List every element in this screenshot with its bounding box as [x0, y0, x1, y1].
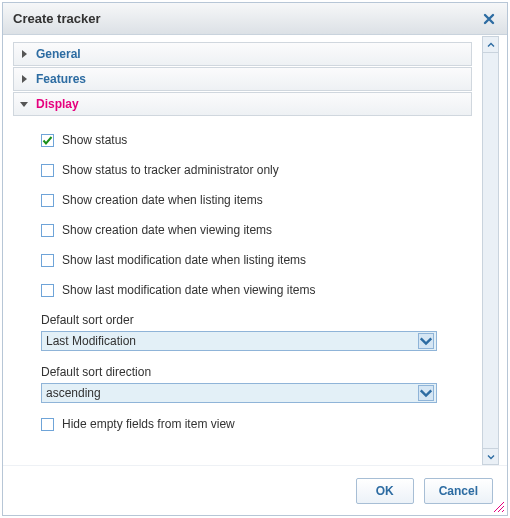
dialog-titlebar: Create tracker [3, 3, 507, 35]
scroll-down-arrow-icon[interactable] [483, 448, 498, 464]
default-sort-order-select[interactable]: Last Modification [41, 331, 437, 351]
checkbox[interactable] [41, 418, 54, 431]
default-sort-direction-select[interactable]: ascending [41, 383, 437, 403]
check-last-mod-date-viewing: Show last modification date when viewing… [41, 283, 464, 297]
checkbox-label: Show creation date when listing items [62, 193, 263, 207]
accordion-label: General [36, 47, 81, 61]
accordion-label: Display [36, 97, 79, 111]
default-sort-direction-label: Default sort direction [41, 365, 464, 379]
checkbox-label: Show last modification date when listing… [62, 253, 306, 267]
resize-grip-icon [491, 499, 505, 513]
close-icon [483, 13, 495, 25]
cancel-button[interactable]: Cancel [424, 478, 493, 504]
checkbox-label: Show status to tracker administrator onl… [62, 163, 279, 177]
chevron-right-icon [20, 75, 28, 83]
check-creation-date-viewing: Show creation date when viewing items [41, 223, 464, 237]
scroll-up-arrow-icon[interactable] [483, 37, 498, 53]
vertical-scrollbar[interactable] [482, 36, 499, 465]
dialog-button-bar: OK Cancel [3, 465, 507, 515]
check-hide-empty-fields: Hide empty fields from item view [41, 417, 464, 431]
checkbox-label: Show status [62, 133, 127, 147]
svg-line-2 [502, 510, 504, 512]
check-creation-date-listing: Show creation date when listing items [41, 193, 464, 207]
button-label: OK [376, 484, 394, 498]
chevron-down-icon [418, 333, 434, 349]
check-last-mod-date-listing: Show last modification date when listing… [41, 253, 464, 267]
checkbox[interactable] [41, 224, 54, 237]
select-value: Last Modification [46, 334, 136, 348]
checkbox-label: Hide empty fields from item view [62, 417, 235, 431]
display-panel: Show status Show status to tracker admin… [13, 117, 472, 439]
checkbox[interactable] [41, 284, 54, 297]
chevron-down-icon [418, 385, 434, 401]
button-label: Cancel [439, 484, 478, 498]
dialog-body: General Features Display Show status [11, 36, 499, 465]
checkbox-label: Show creation date when viewing items [62, 223, 272, 237]
accordion-label: Features [36, 72, 86, 86]
chevron-right-icon [20, 50, 28, 58]
checkmark-icon [42, 135, 53, 146]
ok-button[interactable]: OK [356, 478, 414, 504]
accordion-header-features[interactable]: Features [13, 67, 472, 91]
check-show-status-admin-only: Show status to tracker administrator onl… [41, 163, 464, 177]
default-sort-order-label: Default sort order [41, 313, 464, 327]
checkbox-label: Show last modification date when viewing… [62, 283, 315, 297]
accordion-header-display[interactable]: Display [13, 92, 472, 116]
accordion-header-general[interactable]: General [13, 42, 472, 66]
dialog-title: Create tracker [13, 11, 100, 26]
checkbox[interactable] [41, 134, 54, 147]
resize-grip[interactable] [491, 499, 505, 513]
checkbox[interactable] [41, 194, 54, 207]
chevron-down-icon [20, 100, 28, 108]
create-tracker-dialog: Create tracker General Features Display [2, 2, 508, 516]
dialog-close-button[interactable] [481, 11, 497, 27]
checkbox[interactable] [41, 164, 54, 177]
select-value: ascending [46, 386, 101, 400]
dialog-content: General Features Display Show status [11, 36, 478, 465]
check-show-status: Show status [41, 133, 464, 147]
checkbox[interactable] [41, 254, 54, 267]
